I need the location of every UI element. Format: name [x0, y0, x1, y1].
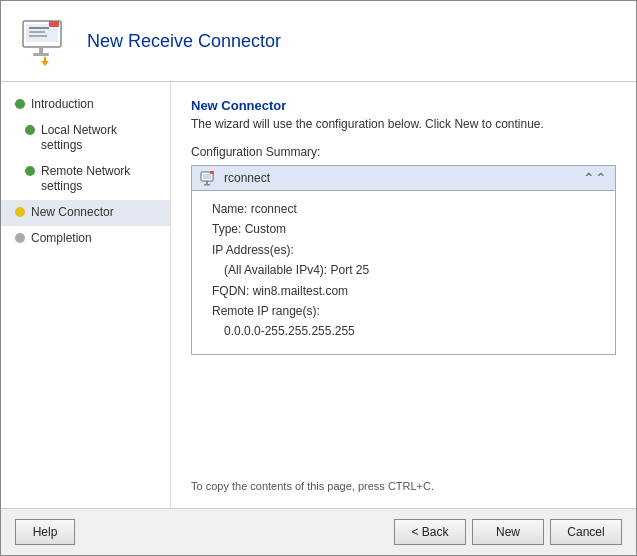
svg-rect-4	[29, 35, 47, 37]
config-header: rconnect ⌃⌃	[192, 166, 615, 191]
svg-marker-9	[41, 61, 49, 66]
sidebar-label-remote-network: Remote Network settings	[41, 164, 160, 195]
connector-name: rconnect	[224, 171, 270, 185]
svg-rect-14	[204, 184, 210, 186]
detail-type: Type: Custom	[212, 219, 599, 239]
svg-rect-11	[203, 174, 211, 179]
config-header-left: rconnect	[200, 170, 270, 186]
help-button[interactable]: Help	[15, 519, 75, 545]
cancel-button[interactable]: Cancel	[550, 519, 622, 545]
config-box: rconnect ⌃⌃ Name: rconnect Type: Custom …	[191, 165, 616, 355]
sidebar-label-new-connector: New Connector	[31, 205, 114, 221]
svg-rect-5	[39, 47, 43, 53]
remote-network-dot	[25, 166, 35, 176]
completion-dot	[15, 233, 25, 243]
dialog-window: New Receive Connector Introduction Local…	[0, 0, 637, 556]
copy-hint: To copy the contents of this page, press…	[191, 470, 616, 492]
collapse-button[interactable]: ⌃⌃	[583, 171, 607, 185]
new-button[interactable]: New	[472, 519, 544, 545]
detail-name: Name: rconnect	[212, 199, 599, 219]
config-summary-label: Configuration Summary:	[191, 145, 616, 159]
sidebar-item-new-connector[interactable]: New Connector	[1, 200, 170, 226]
sidebar-item-remote-network[interactable]: Remote Network settings	[1, 159, 170, 200]
dialog-title: New Receive Connector	[87, 31, 281, 52]
connector-icon	[200, 170, 218, 186]
detail-remote-value: 0.0.0.0-255.255.255.255	[212, 321, 599, 341]
dialog-header: New Receive Connector	[1, 1, 636, 82]
sidebar: Introduction Local Network settings Remo…	[1, 82, 171, 508]
introduction-dot	[15, 99, 25, 109]
detail-fqdn: FQDN: win8.mailtest.com	[212, 281, 599, 301]
svg-rect-2	[29, 27, 49, 29]
svg-rect-13	[206, 181, 208, 184]
svg-rect-12	[210, 171, 214, 174]
sidebar-item-introduction[interactable]: Introduction	[1, 92, 170, 118]
sidebar-label-introduction: Introduction	[31, 97, 94, 113]
svg-rect-6	[33, 53, 49, 56]
detail-ip: IP Address(es):	[212, 240, 599, 260]
svg-rect-3	[29, 31, 45, 33]
sidebar-label-local-network: Local Network settings	[41, 123, 160, 154]
detail-ip-value: (All Available IPv4): Port 25	[212, 260, 599, 280]
sidebar-item-completion[interactable]: Completion	[1, 226, 170, 252]
svg-rect-7	[49, 21, 59, 27]
new-connector-dot	[15, 207, 25, 217]
main-description: The wizard will use the configuration be…	[191, 117, 616, 131]
sidebar-label-completion: Completion	[31, 231, 92, 247]
main-title: New Connector	[191, 98, 616, 113]
main-content: New Connector The wizard will use the co…	[171, 82, 636, 508]
config-details: Name: rconnect Type: Custom IP Address(e…	[192, 191, 615, 354]
sidebar-item-local-network[interactable]: Local Network settings	[1, 118, 170, 159]
footer-right-buttons: Back New Cancel	[394, 519, 622, 545]
dialog-body: Introduction Local Network settings Remo…	[1, 82, 636, 508]
dialog-footer: Help Back New Cancel	[1, 508, 636, 555]
detail-remote: Remote IP range(s):	[212, 301, 599, 321]
local-network-dot	[25, 125, 35, 135]
back-button[interactable]: Back	[394, 519, 466, 545]
header-icon	[17, 13, 73, 69]
